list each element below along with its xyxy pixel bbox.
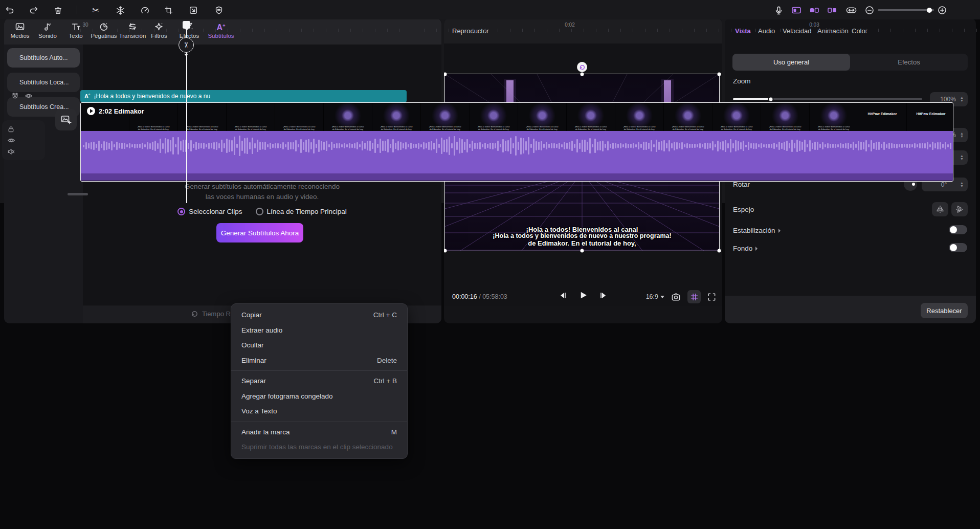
video-caption-line2: de Edimakor. En el tutorial de hoy, [445, 239, 719, 247]
zoom-in-icon[interactable] [937, 5, 948, 16]
previous-frame-button[interactable] [559, 291, 567, 300]
menu-item-extraer-audio[interactable]: Extraer audio [231, 323, 407, 338]
menu-item-suprimir-marcas: Suprimir todas las marcas en el clip sel… [231, 439, 407, 455]
clip-thumbnail: ¡Hola a todos! Bienvenidos al canalde Ed… [275, 103, 324, 131]
selection-handle[interactable] [444, 249, 447, 253]
fullscreen-icon[interactable] [707, 293, 716, 301]
inspector-footer: Restablecer [725, 296, 976, 323]
playhead-chevron-icon [184, 54, 188, 56]
clip-thumbnails: ¡Hola a todos! Bienvenidos al canalde Ed… [81, 103, 953, 131]
clip-thumbnail: ¡Hola a todos! Bienvenidos al canalde Ed… [615, 103, 664, 131]
aspect-ratio-dropdown[interactable]: 16:9 [646, 293, 664, 300]
time-display: 00:00:16 / 05:58:03 [452, 293, 507, 300]
flip-vertical-icon[interactable] [951, 202, 968, 216]
flip-horizontal-icon[interactable] [932, 202, 948, 216]
segmented-control: Uso general Efectos [732, 54, 968, 71]
menu-item-separar[interactable]: Separar Ctrl + B [231, 373, 407, 389]
resize-icon[interactable] [188, 5, 199, 16]
segment-efectos[interactable]: Efectos [850, 54, 968, 71]
playhead-split-button[interactable]: ✂ [179, 37, 194, 53]
track-mute-icon[interactable] [7, 148, 15, 156]
context-menu: Copiar Ctrl + C Extraer audio Ocultar El… [231, 303, 408, 459]
undo-icon[interactable] [4, 5, 15, 16]
radio-linea-de-tiempo-principal[interactable]: Línea de Tiempo Principal [256, 208, 347, 215]
voiceover-mic-icon[interactable] [773, 5, 784, 16]
sidebar-item-subtitulos-automaticos[interactable]: Subtítulos Auto... [7, 48, 80, 68]
zoom-slider-knob[interactable] [768, 96, 774, 102]
radio-selected-icon [177, 208, 185, 215]
redo-icon[interactable] [28, 5, 39, 16]
radio-seleccionar-clips[interactable]: Seleccionar Clips [177, 208, 242, 215]
delete-icon[interactable] [52, 5, 63, 16]
segment-uso-general[interactable]: Uso general [732, 54, 850, 71]
track-visibility-icon[interactable] [25, 92, 33, 100]
track-lock-icon[interactable] [7, 125, 15, 133]
auto-subtitles-content: A Subtítulos Automáticos Generar subtítu… [83, 45, 441, 323]
expand-arrow-icon[interactable] [778, 229, 781, 233]
track-magnet-icon[interactable] [11, 92, 19, 100]
menu-item-agregar-fotograma-congelado[interactable]: Agregar fotograma congelado [231, 389, 407, 404]
clip-label: 2:02 Edimakor [87, 107, 144, 115]
zoom-slider[interactable] [733, 98, 922, 100]
playhead-handle[interactable] [183, 21, 190, 29]
add-media-button[interactable] [55, 109, 77, 130]
scope-radio-group: Seleccionar Clips Línea de Tiempo Princi… [83, 208, 441, 215]
reset-button[interactable]: Restablecer [921, 303, 968, 318]
menu-item-anadir-la-marca[interactable]: Añadir la marca M [231, 425, 407, 440]
rotate-handle-icon[interactable] [577, 62, 587, 72]
mirror-label: Espejo [733, 206, 754, 213]
selection-handle[interactable] [718, 249, 721, 253]
speed-icon[interactable] [139, 5, 150, 16]
timeline-option-icon-1[interactable] [791, 5, 802, 16]
zoom-out-icon[interactable] [864, 5, 875, 16]
auto-subtitles-description: Generar subtítulos automáticamente recon… [83, 182, 441, 202]
stepper-icon[interactable]: ▲▼ [960, 132, 964, 138]
current-time: 00:00:16 [452, 293, 477, 300]
expand-arrow-icon[interactable] [755, 247, 758, 251]
stabilization-label: Estabilización [733, 227, 781, 234]
snapshot-icon[interactable] [671, 292, 681, 302]
clip-thumbnail: ¡Hola a todos! Bienvenidos al canalde Ed… [567, 103, 615, 131]
clip-thumbnail: ¡Hola a todos! Bienvenidos al canalde Ed… [664, 103, 712, 131]
timeline-option-icon-3[interactable] [827, 5, 838, 16]
track-hide-icon[interactable] [7, 137, 15, 144]
menu-item-eliminar[interactable]: Eliminar Delete [231, 353, 407, 368]
menu-item-voz-a-texto[interactable]: Voz a Texto [231, 404, 407, 419]
freeze-frame-icon[interactable] [115, 5, 126, 16]
video-clip[interactable]: ¡Hola a todos! Bienvenidos al canalde Ed… [80, 102, 953, 182]
background-toggle[interactable] [949, 243, 967, 252]
crop-icon[interactable] [163, 5, 174, 16]
rotate-label: Rotar [733, 181, 750, 188]
next-frame-button[interactable] [599, 291, 608, 300]
selection-handle[interactable] [581, 249, 584, 253]
menu-shortcut: Delete [377, 357, 397, 364]
timeline-ruler[interactable]: 30 0:02 0:03 [80, 21, 972, 32]
play-button[interactable] [578, 291, 588, 300]
timeline-zoom-knob[interactable] [927, 8, 932, 13]
menu-shortcut: M [391, 428, 397, 436]
split-icon[interactable]: ✂ [90, 5, 101, 16]
stepper-icon[interactable]: ▲▼ [960, 182, 964, 188]
total-time: 05:58:03 [482, 293, 507, 300]
stepper-icon[interactable]: ▲▼ [960, 96, 964, 102]
marker-list-icon[interactable] [213, 5, 225, 16]
subtitle-clip[interactable]: A˚ ¡Hola a todos y bienvenidos de nuevo … [80, 90, 407, 102]
related-timeline-label[interactable]: Tiempo R [202, 310, 231, 318]
selection-handle[interactable] [581, 73, 584, 76]
clip-thumbnail: ¡Hola a todos! Bienvenidos al canalde Ed… [372, 103, 421, 131]
timeline-horizontal-scrollbar[interactable] [68, 193, 88, 195]
fit-timeline-icon[interactable] [845, 5, 857, 16]
sidebar-item-subtitulos-locales[interactable]: Subtítulos Loca... [7, 73, 80, 92]
selection-handle[interactable] [718, 73, 721, 76]
radio-unselected-icon [256, 208, 263, 215]
menu-item-ocultar[interactable]: Ocultar [231, 338, 407, 353]
stabilization-toggle[interactable] [949, 225, 967, 234]
clip-thumbnail: ¡Hola a todos! Bienvenidos al canalde Ed… [470, 103, 518, 131]
generate-subtitles-button[interactable]: Generar Subtítulos Ahora [216, 223, 303, 243]
grid-overlay-button[interactable] [687, 290, 701, 303]
timeline-option-icon-2[interactable] [809, 5, 820, 16]
clip-thumbnail: HitPaw Edimakor [858, 103, 907, 131]
menu-item-copiar[interactable]: Copiar Ctrl + C [231, 307, 407, 323]
timeline-zoom-slider[interactable] [878, 9, 934, 11]
stepper-icon[interactable]: ▲▼ [960, 155, 964, 161]
